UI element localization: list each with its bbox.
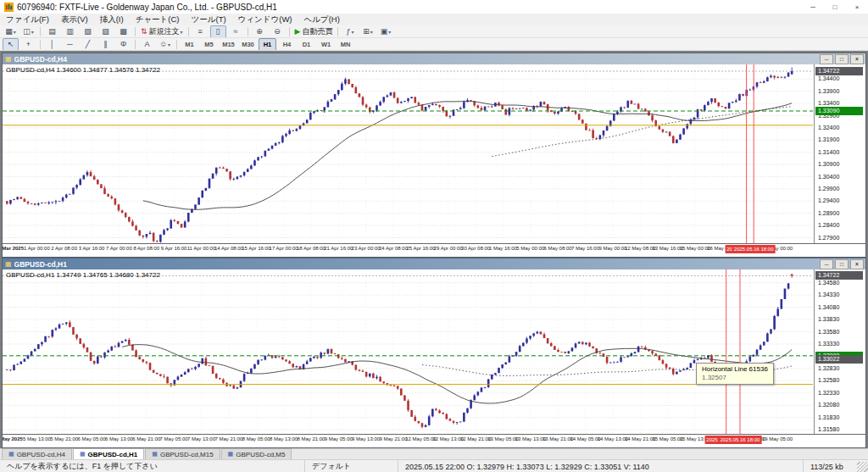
- chart-window-titlebar-h1[interactable]: ▦ GBPUSD-cd,H1 ─ □ ×: [3, 258, 865, 269]
- price-label: 1.29400: [818, 197, 839, 204]
- timeframe-w1-button[interactable]: W1: [317, 38, 335, 51]
- candles-mode-button[interactable]: ▯: [210, 25, 226, 38]
- time-label: 14 May 05:00: [570, 436, 600, 441]
- menu-item[interactable]: ヘルプ(H): [298, 14, 346, 25]
- chart-tab-label: GBPUSD-cd,M5: [236, 451, 285, 458]
- window-close-button[interactable]: ×: [846, 1, 868, 14]
- timeframe-mn-button[interactable]: MN: [337, 38, 354, 51]
- trendline-button[interactable]: ╱: [80, 38, 96, 51]
- bars-mode-button[interactable]: ≡: [192, 25, 209, 38]
- chart-area-h4[interactable]: GBPUSD-cd,H4 1.34600 1.34877 1.34576 1.3…: [3, 64, 865, 255]
- periods-list-icon: ⊞: [363, 26, 370, 36]
- time-label: 6 May 13:00: [105, 436, 133, 441]
- templates-list-button[interactable]: ▣▾: [377, 25, 393, 38]
- menu-item[interactable]: チャート(C): [130, 14, 186, 25]
- zoom-in-button[interactable]: ⊕: [252, 25, 268, 38]
- timeframe-h4-button[interactable]: H4: [278, 38, 296, 51]
- candlestick-plot-h1[interactable]: [3, 269, 813, 435]
- time-axis-h1[interactable]: 5 May 20255 May 13:005 May 21:006 May 05…: [3, 434, 865, 446]
- arrows-tool-button[interactable]: ☺▾: [157, 38, 173, 51]
- menu-item[interactable]: ファイル(F): [0, 14, 55, 25]
- menu-item[interactable]: 表示(V): [55, 14, 94, 25]
- chart-minimize-button[interactable]: ─: [820, 259, 833, 269]
- price-label: 1.28400: [818, 222, 839, 229]
- resize-grip[interactable]: [857, 462, 868, 472]
- chart-window-titlebar-h4[interactable]: ▦ GBPUSD-cd,H4 ─ □ ×: [3, 53, 865, 64]
- timeframe-h1-button[interactable]: H1: [259, 38, 276, 51]
- navigator-button[interactable]: ▧: [80, 25, 96, 38]
- autotrading-label: 自動売買: [302, 26, 332, 37]
- autotrading-button[interactable]: ▶自動売買: [293, 25, 335, 38]
- chart-icon: ▦: [228, 451, 234, 458]
- chart-restore-button[interactable]: □: [835, 54, 849, 64]
- caret-down-icon: ▾: [31, 29, 34, 35]
- timeframe-m15-button[interactable]: M15: [220, 38, 237, 51]
- price-flag: 1.33022: [815, 355, 863, 364]
- price-scale-h1[interactable]: 1.345801.343301.340801.338301.335801.333…: [814, 269, 865, 435]
- vertical-line-button[interactable]: │: [44, 38, 60, 51]
- market-watch-button[interactable]: ▤: [44, 25, 60, 38]
- price-scale-h4[interactable]: 1.344001.339001.334001.329001.324001.319…: [814, 64, 865, 244]
- time-label: 12 May 21:00: [460, 436, 491, 441]
- status-profile[interactable]: デフォルト: [305, 460, 398, 472]
- zoom-out-button[interactable]: ⊖: [270, 25, 286, 38]
- chart-window-title-h1: GBPUSD-cd,H1: [14, 260, 818, 269]
- chart-close-button[interactable]: ×: [850, 259, 864, 269]
- zoom-out-icon: ⊖: [274, 26, 281, 36]
- templates-list-icon: ▣: [381, 26, 388, 36]
- window-title: 60796940: FXTF-Live - Goldenway Japan Co…: [17, 3, 802, 12]
- price-label: 1.32080: [818, 402, 839, 408]
- timeframe-d1-button[interactable]: D1: [298, 38, 315, 51]
- bars-mode-icon: ≡: [198, 26, 202, 36]
- menu-item[interactable]: ツール(T): [186, 14, 232, 25]
- new-order-button[interactable]: ⇅新規注文▾: [139, 25, 185, 38]
- window-maximize-button[interactable]: □: [824, 1, 846, 14]
- price-label: 1.27900: [818, 235, 839, 242]
- chart-tab[interactable]: ▦GBPUSD-cd,M5: [221, 448, 292, 459]
- strategy-tester-button[interactable]: ▩: [115, 25, 131, 38]
- time-label: 5 May 13:00: [23, 436, 51, 441]
- chart-tab[interactable]: ▦GBPUSD-cd,M15: [145, 448, 220, 459]
- chart-window-h1: ▦ GBPUSD-cd,H1 ─ □ × GBPUSD-cd,H1 1.3474…: [2, 258, 866, 448]
- window-titlebar[interactable]: 60796940: FXTF-Live - Goldenway Japan Co…: [0, 0, 868, 14]
- time-label: 6 May 21:00: [132, 436, 160, 441]
- chart-tab[interactable]: ▦GBPUSD-cd,H4: [2, 448, 72, 459]
- terminal-button[interactable]: ▨: [97, 25, 114, 38]
- chart-minimize-button[interactable]: ─: [820, 54, 833, 64]
- chart-restore-button[interactable]: □: [835, 259, 849, 269]
- cursor-button[interactable]: ↖: [3, 38, 19, 51]
- toolbar-separator: [40, 27, 41, 36]
- profiles-icon: ◫: [23, 26, 31, 36]
- profiles-button[interactable]: ◫▾: [20, 25, 36, 38]
- new-chart-button[interactable]: ▦▾: [3, 25, 19, 38]
- timeframe-m30-button[interactable]: M30: [239, 38, 257, 51]
- fibonacci-retracement-button[interactable]: Φ: [115, 38, 131, 51]
- caret-down-icon: ▾: [168, 42, 170, 47]
- text-label-button[interactable]: A: [139, 38, 155, 51]
- indicators-list-button[interactable]: ƒ▾: [342, 25, 358, 38]
- menu-bar: ファイル(F)表示(V)挿入(I)チャート(C)ツール(T)ウィンドウ(W)ヘル…: [0, 14, 868, 26]
- chart-close-button[interactable]: ×: [850, 54, 864, 64]
- periods-list-button[interactable]: ⊞▾: [359, 25, 376, 38]
- price-label: 1.33400: [818, 100, 839, 107]
- chart-window-title-h4: GBPUSD-cd,H4: [14, 55, 818, 64]
- crosshair-button[interactable]: +: [20, 38, 36, 51]
- timeframe-m5-button[interactable]: M5: [200, 38, 218, 51]
- time-label: 9 May 13:00: [352, 436, 380, 441]
- time-label: 13 May 05:00: [487, 436, 518, 441]
- chart-area-h1[interactable]: GBPUSD-cd,H1 1.34749 1.34765 1.34680 1.3…: [3, 269, 865, 446]
- price-label: 1.31580: [818, 426, 839, 433]
- time-axis-h4[interactable]: 28 Mar 20251 Apr 00:002 Apr 08:003 Apr 1…: [3, 243, 865, 255]
- time-label: 6 May 05:00: [78, 436, 106, 441]
- horizontal-line-button[interactable]: ─: [62, 38, 78, 51]
- candlestick-plot-h4[interactable]: [3, 64, 813, 244]
- window-minimize-button[interactable]: ─: [802, 1, 824, 14]
- indicators-list-icon: ƒ: [346, 26, 350, 36]
- menu-item[interactable]: ウィンドウ(W): [232, 14, 298, 25]
- timeframe-m1-button[interactable]: M1: [181, 38, 198, 51]
- data-window-button[interactable]: ▥: [62, 25, 78, 38]
- equidistant-channel-button[interactable]: ∥: [97, 38, 114, 51]
- chart-tab[interactable]: ▦GBPUSD-cd,H1: [73, 448, 144, 459]
- menu-item[interactable]: 挿入(I): [94, 14, 130, 25]
- line-mode-button[interactable]: ≈: [228, 25, 244, 38]
